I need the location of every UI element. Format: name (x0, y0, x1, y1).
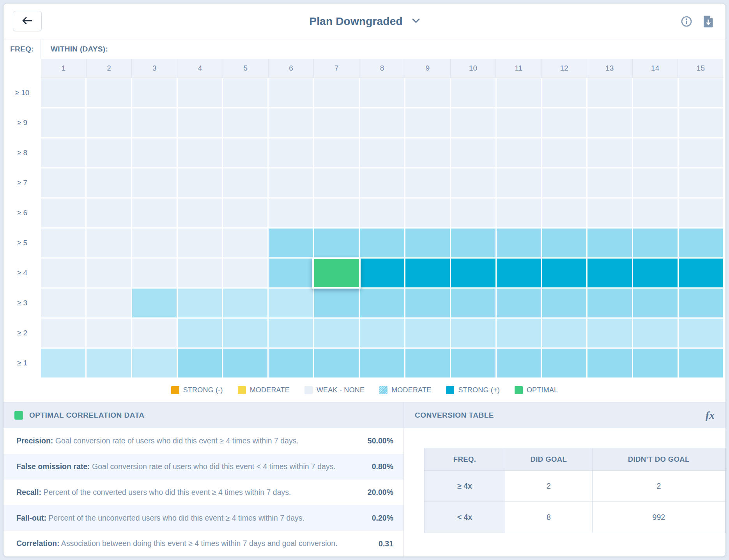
heatmap-cell[interactable] (633, 198, 678, 227)
heatmap-cell[interactable] (41, 138, 85, 167)
heatmap-cell[interactable] (314, 289, 359, 317)
heatmap-cell-optimal[interactable] (312, 257, 361, 289)
heatmap-cell[interactable] (360, 349, 404, 377)
heatmap-cell[interactable] (360, 289, 404, 317)
heatmap-cell[interactable] (497, 229, 541, 257)
heatmap-cell[interactable] (269, 138, 313, 167)
heatmap-cell[interactable] (633, 168, 678, 197)
heatmap-cell[interactable] (587, 349, 632, 377)
heatmap-cell[interactable] (587, 319, 632, 347)
heatmap-cell[interactable] (269, 78, 313, 107)
heatmap-cell[interactable] (314, 108, 359, 137)
heatmap-cell[interactable] (41, 229, 85, 257)
heatmap-cell[interactable] (178, 319, 222, 347)
heatmap-cell[interactable] (542, 78, 587, 107)
heatmap-cell[interactable] (542, 319, 587, 347)
heatmap-cell[interactable] (542, 259, 587, 287)
heatmap-cell[interactable] (587, 138, 632, 167)
heatmap-cell[interactable] (360, 108, 404, 137)
heatmap-cell[interactable] (178, 198, 222, 227)
heatmap-cell[interactable] (633, 349, 678, 377)
heatmap-cell[interactable] (132, 78, 177, 107)
heatmap-cell[interactable] (587, 289, 632, 317)
heatmap-cell[interactable] (314, 78, 359, 107)
heatmap-cell[interactable] (451, 349, 495, 377)
back-button[interactable] (13, 11, 42, 31)
heatmap-cell[interactable] (633, 108, 678, 137)
heatmap-cell[interactable] (497, 108, 541, 137)
heatmap-cell[interactable] (223, 138, 267, 167)
heatmap-cell[interactable] (132, 229, 177, 257)
heatmap-cell[interactable] (314, 349, 359, 377)
heatmap-cell[interactable] (223, 78, 267, 107)
heatmap-cell[interactable] (497, 78, 541, 107)
heatmap-cell[interactable] (679, 78, 723, 107)
heatmap-cell[interactable] (679, 289, 723, 317)
heatmap-cell[interactable] (633, 78, 678, 107)
heatmap-cell[interactable] (405, 229, 450, 257)
heatmap-cell[interactable] (405, 349, 450, 377)
heatmap-cell[interactable] (542, 138, 587, 167)
formula-icon[interactable]: fx (706, 410, 715, 421)
heatmap-cell[interactable] (451, 168, 495, 197)
heatmap-cell[interactable] (451, 229, 495, 257)
heatmap-cell[interactable] (587, 229, 632, 257)
heatmap-cell[interactable] (405, 259, 450, 287)
heatmap-cell[interactable] (497, 259, 541, 287)
heatmap-cell[interactable] (451, 198, 495, 227)
heatmap-cell[interactable] (178, 349, 222, 377)
heatmap-cell[interactable] (542, 198, 587, 227)
heatmap-cell[interactable] (360, 198, 404, 227)
heatmap-cell[interactable] (269, 229, 313, 257)
heatmap-cell[interactable] (497, 168, 541, 197)
info-icon[interactable] (680, 15, 693, 28)
heatmap-cell[interactable] (41, 349, 85, 377)
heatmap-cell[interactable] (132, 198, 177, 227)
heatmap-cell[interactable] (314, 168, 359, 197)
heatmap-cell[interactable] (679, 259, 723, 287)
heatmap-cell[interactable] (587, 78, 632, 107)
heatmap-cell[interactable] (223, 289, 267, 317)
heatmap-cell[interactable] (87, 289, 131, 317)
heatmap-cell[interactable] (87, 259, 131, 287)
heatmap-cell[interactable] (360, 319, 404, 347)
heatmap-cell[interactable] (87, 138, 131, 167)
heatmap-cell[interactable] (314, 319, 359, 347)
heatmap-cell[interactable] (451, 319, 495, 347)
heatmap-cell[interactable] (587, 168, 632, 197)
heatmap-cell[interactable] (132, 319, 177, 347)
heatmap-cell[interactable] (542, 108, 587, 137)
heatmap-cell[interactable] (178, 229, 222, 257)
event-selector-dropdown[interactable]: Plan Downgraded (309, 15, 419, 28)
heatmap-cell[interactable] (269, 168, 313, 197)
heatmap-cell[interactable] (223, 108, 267, 137)
heatmap-cell[interactable] (633, 319, 678, 347)
heatmap-cell[interactable] (542, 168, 587, 197)
heatmap-cell[interactable] (451, 78, 495, 107)
heatmap-cell[interactable] (679, 229, 723, 257)
heatmap-cell[interactable] (178, 259, 222, 287)
heatmap-cell[interactable] (679, 349, 723, 377)
heatmap-cell[interactable] (497, 319, 541, 347)
heatmap-cell[interactable] (41, 319, 85, 347)
heatmap-cell[interactable] (497, 198, 541, 227)
heatmap-cell[interactable] (269, 319, 313, 347)
heatmap-cell[interactable] (132, 259, 177, 287)
heatmap-cell[interactable] (269, 259, 313, 287)
heatmap-cell[interactable] (451, 259, 495, 287)
heatmap-cell[interactable] (360, 259, 404, 287)
heatmap-cell[interactable] (633, 229, 678, 257)
heatmap-cell[interactable] (132, 108, 177, 137)
heatmap-cell[interactable] (587, 198, 632, 227)
heatmap-cell[interactable] (451, 289, 495, 317)
heatmap-cell[interactable] (41, 259, 85, 287)
heatmap-cell[interactable] (542, 349, 587, 377)
heatmap-cell[interactable] (405, 138, 450, 167)
heatmap-cell[interactable] (451, 108, 495, 137)
heatmap-cell[interactable] (41, 198, 85, 227)
heatmap-cell[interactable] (360, 138, 404, 167)
heatmap-cell[interactable] (132, 138, 177, 167)
heatmap-cell[interactable] (269, 349, 313, 377)
heatmap-cell[interactable] (269, 289, 313, 317)
heatmap-cell[interactable] (132, 168, 177, 197)
